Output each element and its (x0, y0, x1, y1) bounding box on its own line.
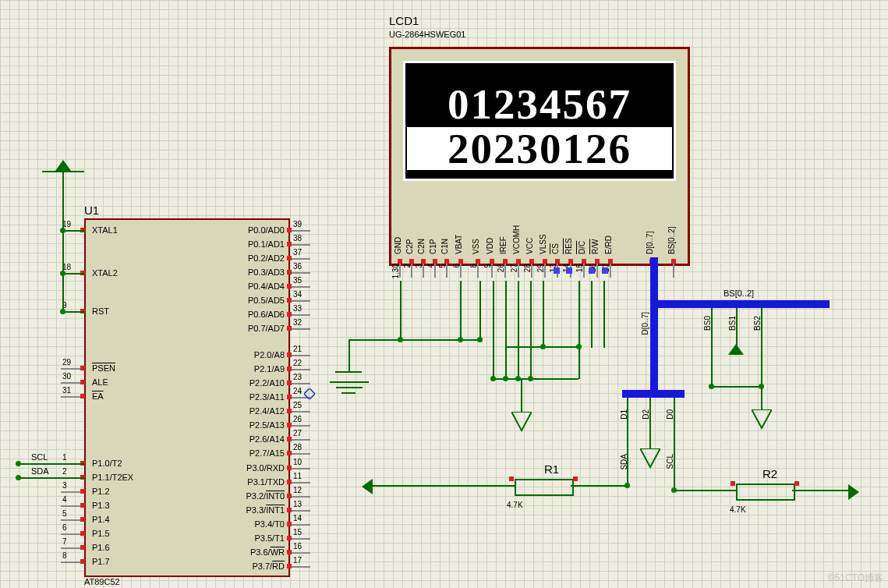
wire (62, 230, 86, 232)
lcd-pin-name: RES (564, 211, 573, 254)
lcd-pin-name: D[0..7] (646, 211, 654, 254)
pin-marker (80, 517, 85, 522)
pin-lead (491, 264, 493, 278)
pin-name: P3.4/T0 (254, 519, 285, 529)
pin-name: P0.3/AD3 (248, 267, 285, 277)
pin-lead (673, 264, 674, 278)
pin-num: 14 (293, 514, 302, 522)
pin-marker (287, 494, 292, 498)
pin-marker (794, 481, 799, 486)
pin-name: XTAL2 (92, 268, 118, 278)
pin-name: P2.4/A12 (249, 406, 285, 416)
pin-num: 5 (62, 509, 67, 518)
pin-num: 10 (293, 458, 302, 466)
pin-name: PSEN (92, 363, 115, 373)
wire (400, 281, 402, 340)
wire (19, 463, 85, 465)
pin-name: P0.6/AD6 (248, 310, 285, 319)
pin-name: RST (92, 306, 109, 316)
pin-marker (287, 480, 292, 484)
ground-symbol-icon (341, 392, 356, 394)
pin-num: 13 (293, 500, 302, 508)
pin-lead (446, 264, 448, 278)
pin-lead (434, 264, 436, 278)
junction-dot (671, 487, 677, 493)
u1-refdes: U1 (84, 204, 99, 217)
svg-marker-2 (640, 448, 660, 467)
component-r1[interactable] (515, 479, 574, 496)
wire (530, 281, 532, 379)
pin-num: 2 (62, 467, 67, 476)
label-scl-bus: SCL (666, 454, 674, 469)
junction-dot (477, 337, 483, 342)
pin-name: P3.5/T1 (254, 533, 285, 543)
lcd-pin-name: GND (394, 211, 402, 254)
pin-num: 16 (293, 542, 302, 551)
pin-marker (80, 380, 85, 384)
pin-name: ALE (92, 377, 108, 387)
u1-part: AT89C52 (84, 577, 120, 586)
pin-marker (80, 531, 85, 536)
pin-marker (287, 312, 292, 317)
pin-name: P1.4 (92, 515, 110, 524)
lcd-display: 01234567 20230126 (403, 61, 676, 181)
wire (505, 281, 507, 379)
pin-name: P3.2/INT0 (246, 491, 285, 501)
pin-num: 15 (293, 528, 302, 537)
pin-lead (544, 264, 546, 278)
pin-num: 28 (293, 443, 302, 452)
wire (649, 398, 651, 448)
pin-num: 6 (62, 523, 67, 532)
pin-marker (80, 366, 85, 370)
pin-name: P0.4/AD4 (248, 282, 285, 291)
pin-name: P3.6/WR (250, 547, 285, 557)
pin-marker (287, 270, 292, 275)
pin-num: 12 (293, 486, 302, 494)
pin-num: 37 (293, 248, 302, 257)
lcd-pin-name: R/W (591, 211, 600, 254)
lcd-pin-name: IREF (499, 211, 508, 254)
arrow-icon (848, 484, 859, 500)
junction-dot (60, 271, 65, 276)
lcd-pin-name: VBAT (455, 211, 463, 254)
junction-dot (60, 309, 65, 314)
pin-name: P1.7 (92, 557, 110, 566)
pin-name: P1.6 (92, 543, 110, 552)
pin-name: P0.1/AD1 (248, 239, 285, 249)
pin-state-icon (589, 267, 595, 274)
pin-marker (287, 298, 292, 303)
r1-value: 4.7K (507, 501, 523, 509)
pin-num: 23 (293, 373, 302, 381)
pin-marker (287, 228, 292, 232)
lcd-pin-name: VLSS (539, 211, 547, 254)
lcd-pin-name: CS (551, 211, 560, 254)
pin-marker (287, 451, 292, 455)
pin-num: 11 (293, 472, 302, 480)
pin-state-icon (602, 267, 608, 274)
pin-num: 3 (62, 481, 67, 490)
component-r2[interactable] (736, 484, 795, 501)
pin-lead (423, 264, 424, 278)
pin-marker (287, 564, 292, 569)
pin-num: 35 (293, 276, 302, 285)
lcd-pin-name: VCC (525, 211, 534, 254)
pin-name: P0.5/AD5 (248, 296, 285, 305)
arrow-icon (362, 479, 373, 494)
pin-marker (287, 437, 292, 441)
watermark: ©51CTO博客 (828, 572, 883, 585)
bus-d (622, 390, 685, 398)
pin-num: 7 (62, 537, 67, 546)
pin-num: 27 (293, 429, 302, 437)
pin-marker (287, 395, 292, 399)
ground-symbol-icon (511, 412, 532, 434)
pin-lead (531, 264, 532, 278)
junction-dot (490, 376, 496, 381)
pin-state-icon (566, 267, 572, 274)
pin-name: P0.2/AD2 (248, 253, 285, 263)
pin-marker (287, 381, 292, 385)
lcd1-part: UG-2864HSWEG01 (389, 30, 465, 39)
pin-marker (287, 242, 292, 246)
ground-symbol-icon (336, 387, 363, 388)
wire (42, 171, 84, 172)
pin-num: 29 (62, 358, 71, 367)
